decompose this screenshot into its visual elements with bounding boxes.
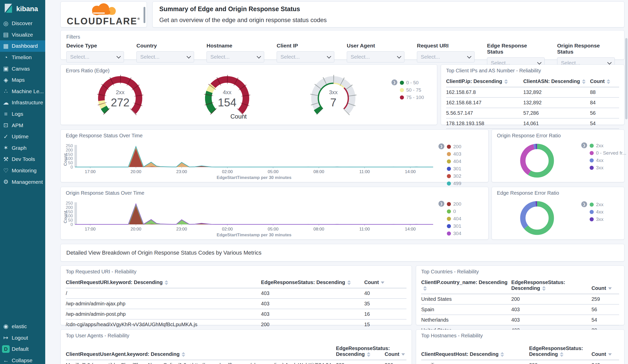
- gauge-legend: ❯ 0 - 50 50 - 75 75 - 100: [400, 80, 424, 100]
- table-header[interactable]: ClientRequestURI.keyword: Descending: [66, 278, 261, 288]
- svg-text:05:00: 05:00: [268, 169, 279, 174]
- legend-item[interactable]: 4xx: [590, 209, 604, 215]
- svg-text:Count: Count: [63, 211, 68, 223]
- legend-item[interactable]: 75 - 100: [400, 95, 424, 100]
- sidebar-item-label: Dashboard: [12, 43, 38, 49]
- table-header[interactable]: EdgeResponseStatus: Descending: [336, 344, 385, 360]
- sidebar-item-label: Management: [12, 179, 43, 185]
- chevron-down-icon: [117, 54, 121, 58]
- sidebar-item[interactable]: ♡ Monitoring: [0, 165, 45, 176]
- legend-item[interactable]: 301: [447, 223, 461, 229]
- sidebar-footer-item[interactable]: ↦ Logout: [0, 332, 45, 343]
- sidebar-item[interactable]: ≡ Logs: [0, 108, 45, 120]
- legend-label: 403: [453, 151, 461, 157]
- kibana-logo[interactable]: kibana: [0, 0, 45, 17]
- chevron-right-icon[interactable]: ❯: [438, 201, 444, 207]
- legend-item[interactable]: 302: [447, 173, 461, 179]
- sidebar-item[interactable]: ⚙ Management: [0, 176, 45, 188]
- sidebar-item[interactable]: ▤ Visualize: [0, 29, 45, 41]
- sidebar-item[interactable]: ∴ Machine Le...: [0, 86, 45, 97]
- section-header-panel: Detailed View Breakdown of Origin Respon…: [60, 244, 624, 261]
- legend-item[interactable]: 304: [447, 231, 461, 236]
- filter-select[interactable]: Select...: [277, 51, 334, 62]
- filter-select[interactable]: Select...: [66, 51, 124, 62]
- table-row: 178.128.193.15814,06154: [446, 118, 619, 129]
- legend-dot: [590, 151, 594, 155]
- top-requested-uri-panel: Top Requested URI - Reliability ClientRe…: [60, 266, 412, 325]
- table-header[interactable]: ClientIP.ip: Descending: [446, 77, 523, 87]
- table-header[interactable]: ClientRequestUserAgent.keyword: Descendi…: [66, 344, 336, 360]
- legend-dot: [447, 217, 451, 221]
- table-header[interactable]: Count: [591, 344, 619, 360]
- table-header[interactable]: ClientRequestHost: Descending: [421, 344, 529, 360]
- legend-label: 302: [453, 173, 461, 179]
- filter-select[interactable]: Select...: [417, 51, 475, 62]
- svg-text:4xx: 4xx: [223, 89, 231, 95]
- table-header[interactable]: EdgeResponseStatus: Descending: [529, 344, 591, 360]
- svg-text:Count: Count: [63, 153, 68, 166]
- legend-item[interactable]: 3xx: [590, 217, 604, 222]
- table-header[interactable]: ClientASN: Descending: [523, 77, 590, 87]
- table-header[interactable]: Count: [591, 278, 619, 294]
- sort-icon: [401, 353, 405, 356]
- table-header[interactable]: ClientIP.country_name: Descending: [421, 278, 511, 294]
- legend-item[interactable]: 0 - Served fr...: [590, 150, 626, 156]
- sidebar-item-label: Discover: [12, 20, 33, 26]
- legend-item[interactable]: 4xx: [590, 158, 626, 163]
- legend-item[interactable]: 2xx: [590, 143, 626, 148]
- chevron-down-icon: [327, 54, 331, 58]
- top-user-agents-panel: Top User Agents - Reliability ClientRequ…: [60, 329, 412, 364]
- page-scrollbar[interactable]: [625, 38, 627, 119]
- legend-dot: [447, 209, 451, 213]
- sort-icon: [500, 352, 504, 357]
- sidebar-footer-item[interactable]: D Default: [0, 343, 45, 355]
- legend-item[interactable]: 301: [447, 166, 461, 172]
- legend-item[interactable]: 403: [447, 151, 461, 157]
- sidebar-item[interactable]: ◎ Discover: [0, 18, 45, 29]
- legend-item[interactable]: 0 - 50: [400, 80, 424, 86]
- sidebar-footer-icon: ←: [0, 357, 12, 364]
- table-header[interactable]: Count: [590, 77, 619, 87]
- sidebar-footer-item[interactable]: ◉ elastic: [0, 321, 45, 332]
- legend-item[interactable]: 404: [447, 216, 461, 222]
- table-header[interactable]: EdgeResponseStatus: Descending: [261, 278, 364, 288]
- chevron-down-icon: [187, 54, 191, 58]
- filter-select[interactable]: Select...: [207, 51, 264, 62]
- legend-dot: [400, 95, 404, 100]
- table-header[interactable]: Count: [364, 278, 406, 288]
- panel-scrollbar[interactable]: [144, 7, 145, 23]
- sort-icon: [542, 286, 546, 291]
- table-row: 162.158.67.8132,89288: [446, 87, 619, 97]
- sidebar-item[interactable]: ✓ Uptime: [0, 131, 45, 142]
- table-header[interactable]: EdgeResponseStatus: Descending: [511, 278, 592, 294]
- legend-item[interactable]: 3xx: [590, 165, 626, 171]
- filter-select[interactable]: Select...: [136, 51, 194, 62]
- chevron-right-icon[interactable]: ❯: [581, 142, 587, 148]
- legend-item[interactable]: 404: [447, 159, 461, 164]
- legend-label: 3xx: [596, 217, 604, 222]
- filter-select[interactable]: Select...: [347, 51, 404, 62]
- legend-item[interactable]: 200: [447, 144, 461, 150]
- sidebar-item[interactable]: ⊡ APM: [0, 120, 45, 131]
- sidebar-item[interactable]: ◔ Timelion: [0, 52, 45, 63]
- legend-item[interactable]: 2xx: [590, 202, 604, 207]
- origin-time-legend: ❯ 200 0 404 301: [447, 201, 461, 236]
- sidebar-item[interactable]: ✶ Graph: [0, 142, 45, 154]
- svg-text:250: 250: [66, 143, 73, 148]
- legend-item[interactable]: 0: [447, 209, 461, 214]
- sidebar-footer-item[interactable]: ← Collapse: [0, 355, 45, 364]
- sidebar-item[interactable]: ▦ Dashboard: [0, 40, 45, 52]
- legend-item[interactable]: 50 - 75: [400, 87, 424, 93]
- legend-dot: [590, 158, 594, 162]
- chevron-right-icon[interactable]: ❯: [581, 201, 587, 207]
- sidebar-item[interactable]: ☁ Infrastructure: [0, 97, 45, 108]
- legend-item[interactable]: 200: [447, 201, 461, 207]
- filter-placeholder: Select...: [140, 54, 160, 60]
- filter-label: User Agent: [347, 43, 404, 49]
- sidebar-item[interactable]: ⚒ Dev Tools: [0, 154, 45, 165]
- chevron-right-icon[interactable]: ❯: [438, 143, 444, 149]
- chevron-right-icon[interactable]: ❯: [391, 79, 397, 85]
- sidebar-item[interactable]: ◈ Maps: [0, 74, 45, 86]
- sidebar-item[interactable]: ▣ Canvas: [0, 63, 45, 74]
- legend-item[interactable]: 499: [447, 181, 461, 186]
